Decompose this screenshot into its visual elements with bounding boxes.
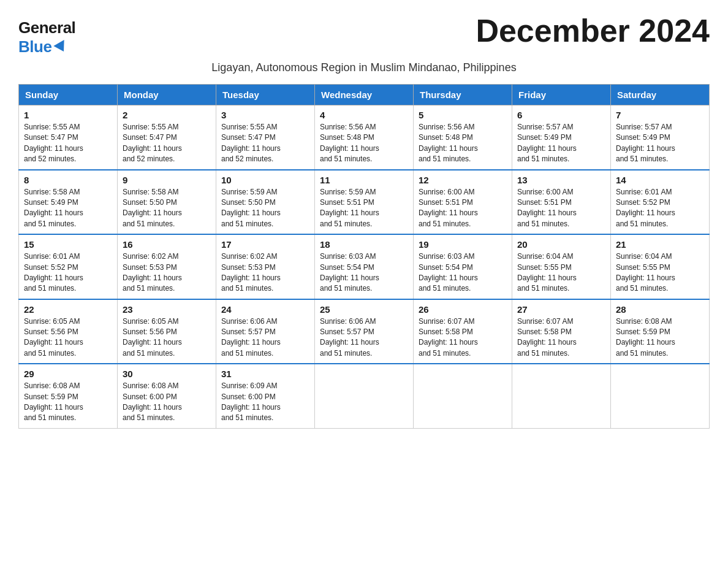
- page-header: General Blue December 2024: [18, 12, 710, 56]
- calendar-week-row: 1Sunrise: 5:55 AM Sunset: 5:47 PM Daylig…: [19, 105, 710, 170]
- day-number: 27: [517, 304, 605, 315]
- day-info: Sunrise: 6:05 AM Sunset: 5:56 PM Dayligh…: [24, 316, 112, 359]
- day-number: 31: [221, 369, 309, 379]
- calendar-day-cell: 21Sunrise: 6:04 AM Sunset: 5:55 PM Dayli…: [611, 234, 710, 299]
- day-info: Sunrise: 5:57 AM Sunset: 5:49 PM Dayligh…: [616, 122, 704, 165]
- calendar-day-cell: 18Sunrise: 6:03 AM Sunset: 5:54 PM Dayli…: [315, 234, 414, 299]
- calendar-day-cell: 30Sunrise: 6:08 AM Sunset: 6:00 PM Dayli…: [118, 364, 216, 428]
- day-number: 9: [123, 175, 211, 185]
- day-number: 2: [123, 110, 211, 120]
- day-info: Sunrise: 6:04 AM Sunset: 5:55 PM Dayligh…: [616, 251, 704, 294]
- calendar-day-cell: 20Sunrise: 6:04 AM Sunset: 5:55 PM Dayli…: [512, 234, 611, 299]
- day-number: 11: [320, 175, 408, 185]
- day-number: 13: [517, 175, 605, 185]
- day-number: 5: [419, 110, 507, 120]
- calendar-day-cell: 16Sunrise: 6:02 AM Sunset: 5:53 PM Dayli…: [118, 234, 216, 299]
- day-number: 25: [320, 304, 408, 315]
- day-info: Sunrise: 5:59 AM Sunset: 5:50 PM Dayligh…: [221, 187, 309, 230]
- column-header-tuesday: Tuesday: [216, 85, 315, 105]
- day-number: 14: [616, 175, 704, 185]
- day-info: Sunrise: 5:55 AM Sunset: 5:47 PM Dayligh…: [123, 122, 211, 165]
- day-info: Sunrise: 5:55 AM Sunset: 5:47 PM Dayligh…: [221, 122, 309, 165]
- calendar-subtitle: Ligayan, Autonomous Region in Muslim Min…: [18, 61, 710, 74]
- calendar-day-cell: 25Sunrise: 6:06 AM Sunset: 5:57 PM Dayli…: [315, 299, 414, 364]
- day-info: Sunrise: 5:56 AM Sunset: 5:48 PM Dayligh…: [320, 122, 408, 165]
- logo: General Blue: [18, 18, 75, 56]
- day-info: Sunrise: 5:57 AM Sunset: 5:49 PM Dayligh…: [517, 122, 605, 165]
- day-number: 4: [320, 110, 408, 120]
- day-info: Sunrise: 5:58 AM Sunset: 5:50 PM Dayligh…: [123, 187, 211, 230]
- calendar-day-cell: 14Sunrise: 6:01 AM Sunset: 5:52 PM Dayli…: [611, 170, 710, 235]
- calendar-week-row: 15Sunrise: 6:01 AM Sunset: 5:52 PM Dayli…: [19, 234, 710, 299]
- calendar-day-cell: [512, 364, 611, 428]
- calendar-day-cell: 5Sunrise: 5:56 AM Sunset: 5:48 PM Daylig…: [414, 105, 512, 170]
- day-info: Sunrise: 6:00 AM Sunset: 5:51 PM Dayligh…: [419, 187, 507, 230]
- calendar-day-cell: 9Sunrise: 5:58 AM Sunset: 5:50 PM Daylig…: [118, 170, 216, 235]
- header-row: SundayMondayTuesdayWednesdayThursdayFrid…: [19, 85, 710, 105]
- logo-general-text: General: [18, 18, 75, 37]
- calendar-day-cell: 29Sunrise: 6:08 AM Sunset: 5:59 PM Dayli…: [19, 364, 118, 428]
- day-info: Sunrise: 6:06 AM Sunset: 5:57 PM Dayligh…: [320, 316, 408, 359]
- calendar-table: SundayMondayTuesdayWednesdayThursdayFrid…: [18, 84, 710, 429]
- day-info: Sunrise: 6:07 AM Sunset: 5:58 PM Dayligh…: [419, 316, 507, 359]
- logo-blue-text: Blue: [18, 37, 67, 56]
- day-number: 3: [221, 110, 309, 120]
- day-number: 15: [24, 239, 112, 250]
- calendar-day-cell: 6Sunrise: 5:57 AM Sunset: 5:49 PM Daylig…: [512, 105, 611, 170]
- day-number: 16: [123, 239, 211, 250]
- calendar-week-row: 22Sunrise: 6:05 AM Sunset: 5:56 PM Dayli…: [19, 299, 710, 364]
- logo-triangle-icon: [54, 40, 69, 55]
- calendar-week-row: 8Sunrise: 5:58 AM Sunset: 5:49 PM Daylig…: [19, 170, 710, 235]
- day-number: 24: [221, 304, 309, 315]
- day-info: Sunrise: 6:06 AM Sunset: 5:57 PM Dayligh…: [221, 316, 309, 359]
- day-number: 22: [24, 304, 112, 315]
- day-info: Sunrise: 6:02 AM Sunset: 5:53 PM Dayligh…: [221, 251, 309, 294]
- calendar-day-cell: 13Sunrise: 6:00 AM Sunset: 5:51 PM Dayli…: [512, 170, 611, 235]
- calendar-day-cell: 12Sunrise: 6:00 AM Sunset: 5:51 PM Dayli…: [414, 170, 512, 235]
- column-header-sunday: Sunday: [19, 85, 118, 105]
- day-info: Sunrise: 6:05 AM Sunset: 5:56 PM Dayligh…: [123, 316, 211, 359]
- day-info: Sunrise: 6:09 AM Sunset: 6:00 PM Dayligh…: [221, 381, 309, 424]
- day-number: 29: [24, 369, 112, 379]
- calendar-day-cell: 15Sunrise: 6:01 AM Sunset: 5:52 PM Dayli…: [19, 234, 118, 299]
- calendar-day-cell: 22Sunrise: 6:05 AM Sunset: 5:56 PM Dayli…: [19, 299, 118, 364]
- day-number: 8: [24, 175, 112, 185]
- month-title: December 2024: [476, 12, 710, 49]
- calendar-day-cell: 7Sunrise: 5:57 AM Sunset: 5:49 PM Daylig…: [611, 105, 710, 170]
- day-info: Sunrise: 6:08 AM Sunset: 6:00 PM Dayligh…: [123, 381, 211, 424]
- calendar-day-cell: 11Sunrise: 5:59 AM Sunset: 5:51 PM Dayli…: [315, 170, 414, 235]
- calendar-day-cell: 31Sunrise: 6:09 AM Sunset: 6:00 PM Dayli…: [216, 364, 315, 428]
- calendar-day-cell: 3Sunrise: 5:55 AM Sunset: 5:47 PM Daylig…: [216, 105, 315, 170]
- day-number: 1: [24, 110, 112, 120]
- calendar-day-cell: [315, 364, 414, 428]
- day-info: Sunrise: 6:01 AM Sunset: 5:52 PM Dayligh…: [24, 251, 112, 294]
- column-header-saturday: Saturday: [611, 85, 710, 105]
- day-info: Sunrise: 5:55 AM Sunset: 5:47 PM Dayligh…: [24, 122, 112, 165]
- day-info: Sunrise: 6:02 AM Sunset: 5:53 PM Dayligh…: [123, 251, 211, 294]
- day-info: Sunrise: 6:08 AM Sunset: 5:59 PM Dayligh…: [616, 316, 704, 359]
- day-number: 23: [123, 304, 211, 315]
- day-info: Sunrise: 5:58 AM Sunset: 5:49 PM Dayligh…: [24, 187, 112, 230]
- calendar-day-cell: 23Sunrise: 6:05 AM Sunset: 5:56 PM Dayli…: [118, 299, 216, 364]
- day-info: Sunrise: 6:03 AM Sunset: 5:54 PM Dayligh…: [320, 251, 408, 294]
- calendar-day-cell: 28Sunrise: 6:08 AM Sunset: 5:59 PM Dayli…: [611, 299, 710, 364]
- day-number: 6: [517, 110, 605, 120]
- day-number: 30: [123, 369, 211, 379]
- calendar-day-cell: 19Sunrise: 6:03 AM Sunset: 5:54 PM Dayli…: [414, 234, 512, 299]
- calendar-day-cell: 4Sunrise: 5:56 AM Sunset: 5:48 PM Daylig…: [315, 105, 414, 170]
- calendar-day-cell: 1Sunrise: 5:55 AM Sunset: 5:47 PM Daylig…: [19, 105, 118, 170]
- calendar-day-cell: [611, 364, 710, 428]
- calendar-day-cell: 10Sunrise: 5:59 AM Sunset: 5:50 PM Dayli…: [216, 170, 315, 235]
- column-header-monday: Monday: [118, 85, 216, 105]
- day-number: 21: [616, 239, 704, 250]
- day-info: Sunrise: 6:04 AM Sunset: 5:55 PM Dayligh…: [517, 251, 605, 294]
- column-header-wednesday: Wednesday: [315, 85, 414, 105]
- day-info: Sunrise: 6:00 AM Sunset: 5:51 PM Dayligh…: [517, 187, 605, 230]
- column-header-thursday: Thursday: [414, 85, 512, 105]
- day-info: Sunrise: 5:56 AM Sunset: 5:48 PM Dayligh…: [419, 122, 507, 165]
- day-number: 12: [419, 175, 507, 185]
- calendar-week-row: 29Sunrise: 6:08 AM Sunset: 5:59 PM Dayli…: [19, 364, 710, 428]
- calendar-day-cell: 24Sunrise: 6:06 AM Sunset: 5:57 PM Dayli…: [216, 299, 315, 364]
- calendar-day-cell: 8Sunrise: 5:58 AM Sunset: 5:49 PM Daylig…: [19, 170, 118, 235]
- day-info: Sunrise: 6:01 AM Sunset: 5:52 PM Dayligh…: [616, 187, 704, 230]
